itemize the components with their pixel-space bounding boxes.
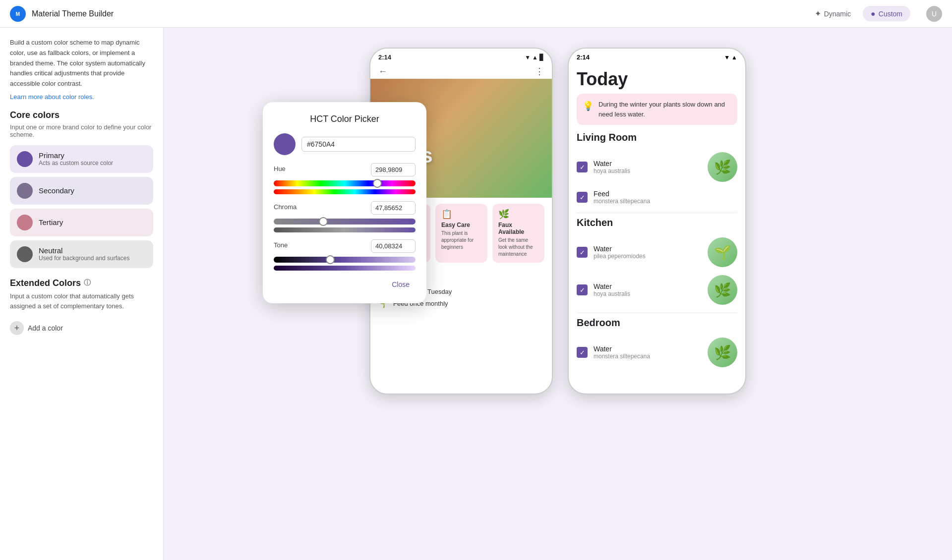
hct-hex-input[interactable]	[301, 137, 416, 152]
divider-1	[577, 213, 737, 213]
phone-card-1: 📋 Easy Care This plant is appropriate fo…	[435, 204, 487, 263]
right-item-k-1: ✓ Water hoya australis 🌿	[569, 271, 745, 309]
item-name-lr-0: Water	[594, 160, 630, 168]
hct-tone-input[interactable]	[371, 239, 416, 253]
check-k-0[interactable]: ✓	[577, 247, 588, 258]
right-item-lr-0: ✓ Water hoya australis 🌿	[569, 148, 745, 186]
status-icons-right: ▼ ▲	[724, 54, 737, 61]
chroma-spectrum	[274, 227, 416, 232]
app-icon: M	[10, 6, 26, 22]
section-living-room: Living Room	[569, 132, 745, 148]
hct-color-row	[274, 133, 416, 155]
neutral-label: Neutral	[39, 246, 129, 255]
tone-thumb[interactable]	[326, 255, 335, 264]
tone-track	[274, 257, 416, 263]
chroma-track	[274, 219, 416, 224]
secondary-chip-text: Secondary	[39, 186, 74, 195]
extended-colors-section: Extended Colors ⓘ Input a custom color t…	[10, 278, 153, 338]
neutral-sublabel: Used for background and surfaces	[39, 255, 129, 262]
nav-buttons: ✦ Dynamic ● Custom	[807, 6, 910, 21]
core-colors-title: Core colors	[10, 110, 153, 120]
phone-card-2: 🌿 Faux Available Get the same look witho…	[492, 204, 544, 263]
info-icon: ⓘ	[84, 279, 91, 287]
hct-hue-row: Hue	[274, 163, 416, 176]
custom-icon: ●	[871, 9, 876, 18]
add-icon: +	[10, 321, 24, 335]
primary-sublabel: Acts as custom source color	[39, 160, 113, 167]
hct-hue-input[interactable]	[371, 163, 416, 176]
item-info-lr-1: Feed monstera siltepecana	[594, 190, 650, 205]
learn-more-link[interactable]: Learn more about color roles.	[10, 93, 94, 101]
card-desc-1: This plant is appropriate for beginners	[441, 230, 481, 251]
neutral-color-chip[interactable]: Neutral Used for background and surfaces	[10, 240, 153, 268]
hct-chroma-field: Chroma	[274, 201, 416, 232]
sidebar: Build a custom color scheme to map dynam…	[0, 28, 164, 560]
primary-color-chip[interactable]: Primary Acts as custom source color	[10, 145, 153, 173]
item-info-b-0: Water monstera siltepecana	[594, 345, 650, 360]
plant-img-k-0: 🌱	[708, 237, 737, 267]
hct-close-button[interactable]: Close	[386, 278, 416, 291]
right-phone-title: Today	[569, 63, 745, 94]
check-b-0[interactable]: ✓	[577, 347, 588, 358]
primary-chip-text: Primary Acts as custom source color	[39, 151, 113, 167]
custom-button[interactable]: ● Custom	[863, 6, 910, 21]
chroma-thumb[interactable]	[319, 217, 328, 226]
signal-icon: ▲	[532, 54, 538, 61]
tertiary-chip-text: Tertiary	[39, 218, 63, 226]
hct-chroma-input[interactable]	[371, 201, 416, 215]
core-colors-desc: Input one or more brand color to define …	[10, 123, 153, 138]
divider-2	[577, 313, 737, 313]
add-color-button[interactable]: + Add a color	[10, 318, 63, 338]
dynamic-icon: ✦	[815, 9, 821, 18]
card-icon-2: 🌿	[498, 209, 538, 220]
back-icon[interactable]: ←	[378, 66, 387, 77]
secondary-dot	[17, 183, 33, 199]
wifi-icon: ▼	[525, 54, 531, 61]
neutral-chip-text: Neutral Used for background and surfaces	[39, 246, 129, 262]
primary-dot	[17, 151, 33, 167]
tone-spectrum	[274, 266, 416, 271]
item-info-lr-0: Water hoya australis	[594, 160, 630, 174]
item-sub-k-1: hoya australis	[594, 290, 630, 297]
custom-label: Custom	[879, 10, 902, 18]
menu-icon[interactable]: ⋮	[535, 66, 544, 77]
status-icons-left: ▼ ▲ ▊	[525, 54, 544, 61]
item-name-k-0: Water	[594, 245, 646, 253]
item-sub-lr-0: hoya australis	[594, 168, 630, 174]
hct-hue-label: Hue	[274, 165, 286, 172]
dynamic-button[interactable]: ✦ Dynamic	[807, 6, 859, 21]
hct-color-preview	[274, 133, 296, 155]
item-info-k-1: Water hoya australis	[594, 282, 630, 297]
secondary-label: Secondary	[39, 186, 74, 195]
check-lr-0[interactable]: ✓	[577, 162, 588, 172]
phone-status-left: 2:14 ▼ ▲ ▊	[370, 49, 552, 64]
plant-img-b-0: 🌿	[708, 337, 737, 367]
right-alert: 💡 During the winter your plants slow dow…	[577, 94, 737, 125]
check-k-1[interactable]: ✓	[577, 284, 588, 295]
item-name-k-1: Water	[594, 282, 630, 290]
dynamic-label: Dynamic	[824, 10, 851, 18]
hct-tone-row: Tone	[274, 239, 416, 253]
plant-img-lr-0: 🌿	[708, 152, 737, 182]
phone-mockup-right: 2:14 ▼ ▲ Today 💡 During the winter your …	[568, 48, 746, 394]
card-icon-1: 📋	[441, 209, 481, 220]
hue-spectrum	[274, 189, 416, 194]
primary-label: Primary	[39, 151, 113, 160]
check-lr-1[interactable]: ✓	[577, 192, 588, 203]
secondary-color-chip[interactable]: Secondary	[10, 177, 153, 205]
item-sub-b-0: monstera siltepecana	[594, 353, 650, 360]
hct-close-row: Close	[274, 278, 416, 291]
card-title-1: Easy Care	[441, 222, 481, 228]
sidebar-description: Build a custom color scheme to map dynam…	[10, 38, 153, 89]
right-item-lr-1: ✓ Feed monstera siltepecana	[569, 186, 745, 209]
extended-title: Extended Colors ⓘ	[10, 278, 153, 288]
status-time-right: 2:14	[577, 54, 590, 61]
hue-thumb[interactable]	[373, 179, 382, 188]
item-sub-k-0: pilea peperomiodes	[594, 253, 646, 260]
item-info-k-0: Water pilea peperomiodes	[594, 245, 646, 260]
tertiary-dot	[17, 215, 33, 230]
tertiary-color-chip[interactable]: Tertiary	[10, 209, 153, 236]
section-kitchen: Kitchen	[569, 217, 745, 233]
hct-tone-field: Tone	[274, 239, 416, 271]
hue-track	[274, 180, 416, 186]
